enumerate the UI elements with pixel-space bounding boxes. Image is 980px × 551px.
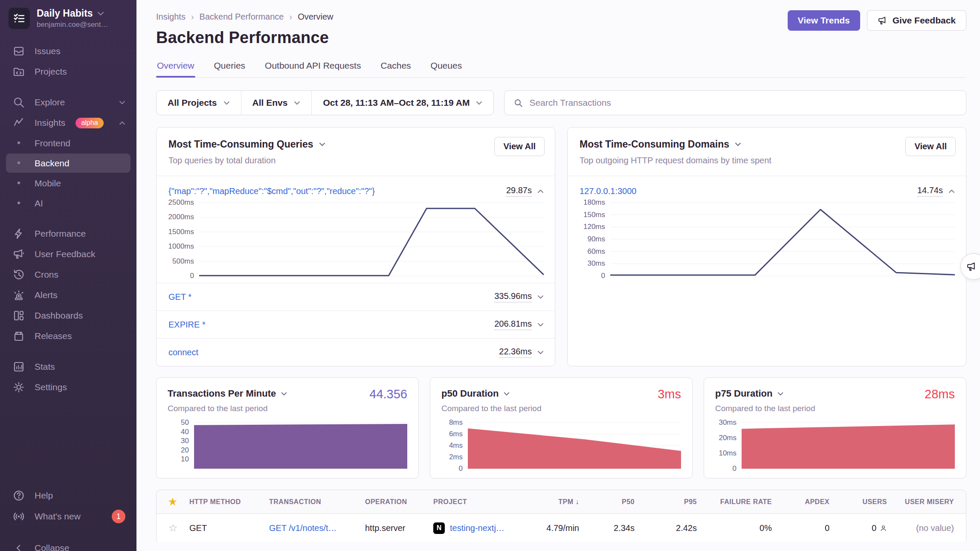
queries-card: Most Time-Consuming Queries Top queries … <box>156 127 555 366</box>
sidebar-item-label: Insights <box>35 118 65 128</box>
sidebar-item-projects[interactable]: Projects <box>6 62 130 81</box>
p75-title: p75 Duration <box>715 388 772 399</box>
sidebar-item-stats[interactable]: Stats <box>6 357 130 377</box>
queries-chart-plot <box>199 203 544 276</box>
chevron-down-icon <box>119 101 125 104</box>
megaphone-icon <box>12 248 25 260</box>
queries-card-header: Most Time-Consuming Queries Top queries … <box>157 128 555 176</box>
chevron-down-icon[interactable] <box>537 323 544 327</box>
query-link[interactable]: GET * <box>168 292 191 302</box>
query-link[interactable]: connect <box>168 348 198 357</box>
sidebar-item-label: Releases <box>35 331 72 341</box>
column-header-p95[interactable]: P95 <box>635 498 697 506</box>
sidebar-item-releases[interactable]: Releases <box>6 326 130 346</box>
view-trends-button[interactable]: View Trends <box>788 10 860 31</box>
cell-apdex: 0 <box>772 523 829 533</box>
p75-subtitle: Compared to the last period <box>715 404 955 413</box>
tab-overview[interactable]: Overview <box>156 60 195 77</box>
breadcrumb-backend-performance[interactable]: Backend Performance <box>200 12 284 22</box>
query-link[interactable]: EXPIRE * <box>168 320 206 330</box>
p50-title-dropdown[interactable]: p50 Duration <box>441 388 681 399</box>
sidebar-item-dashboards[interactable]: Dashboards <box>6 306 130 325</box>
help-icon <box>12 490 25 502</box>
search-bar <box>504 90 966 115</box>
column-header-users[interactable]: USERS <box>829 498 887 506</box>
query-series-row: {"map":"?","mapReduce":"$cmd","out":"?",… <box>157 176 555 200</box>
tpm-value: 44.356 <box>369 387 407 401</box>
chevron-down-icon <box>281 392 287 396</box>
date-range-filter[interactable]: Oct 28, 11:13 AM–Oct 28, 11:19 AM <box>311 91 493 115</box>
chevron-up-icon[interactable] <box>537 189 544 193</box>
query-link[interactable]: {"map":"?","mapReduce":"$cmd","out":"?",… <box>168 186 375 196</box>
tab-outbound-api-requests[interactable]: Outbound API Requests <box>264 60 362 77</box>
sidebar-item-label: Explore <box>35 97 65 107</box>
sidebar-item-help[interactable]: Help <box>6 486 130 505</box>
queries-card-subtitle: Top queries by total duration <box>168 156 543 165</box>
environment-filter[interactable]: All Envs <box>241 91 312 115</box>
cell-transaction-link[interactable]: GET /v1/notes/t… <box>269 523 365 533</box>
domains-view-all-button[interactable]: View All <box>905 137 956 156</box>
whats-new-badge: 1 <box>112 510 125 523</box>
column-header-project[interactable]: PROJECT <box>433 498 540 506</box>
sidebar-item-frontend[interactable]: • Frontend <box>6 133 130 153</box>
queries-card-title-dropdown[interactable]: Most Time-Consuming Queries <box>168 139 543 150</box>
sidebar-item-issues[interactable]: Issues <box>6 41 130 61</box>
domain-link[interactable]: 127.0.0.1:3000 <box>580 186 636 196</box>
megaphone-icon <box>966 261 977 272</box>
sidebar-collapse-button[interactable]: Collapse <box>6 539 130 551</box>
p75-title-dropdown[interactable]: p75 Duration <box>715 388 955 399</box>
sidebar-item-settings[interactable]: Settings <box>6 377 130 397</box>
star-icon[interactable]: ★ <box>168 496 189 508</box>
column-header-operation[interactable]: OPERATION <box>365 498 433 506</box>
tab-caches[interactable]: Caches <box>380 60 412 77</box>
sidebar-item-mobile[interactable]: • Mobile <box>6 174 130 193</box>
column-header-failure-rate[interactable]: FAILURE RATE <box>697 498 772 506</box>
queries-view-all-button[interactable]: View All <box>494 137 545 156</box>
environment-filter-label: All Envs <box>252 98 288 108</box>
chevron-down-icon[interactable] <box>537 295 544 299</box>
give-feedback-button[interactable]: Give Feedback <box>867 10 966 31</box>
search-transactions-input[interactable] <box>529 98 957 108</box>
domains-chart-plot <box>610 203 955 276</box>
chevron-down-icon[interactable] <box>537 351 544 354</box>
sidebar-item-explore[interactable]: Explore <box>6 93 130 112</box>
search-icon <box>514 99 523 107</box>
p50-chart: 8ms6ms4ms2ms0 <box>441 423 681 469</box>
tab-queries[interactable]: Queries <box>213 60 246 77</box>
sidebar-item-ai[interactable]: • AI <box>6 194 130 213</box>
column-header-apdex[interactable]: APDEX <box>772 498 829 506</box>
cell-project-link[interactable]: testing-nextj… <box>450 523 504 533</box>
breadcrumb-insights[interactable]: Insights <box>156 12 186 22</box>
p50-chart-y-axis: 8ms6ms4ms2ms0 <box>441 423 468 469</box>
tpm-subtitle: Compared to the last period <box>168 404 407 413</box>
column-header-http-method[interactable]: HTTP METHOD <box>189 498 269 506</box>
domains-card-subtitle: Top outgoing HTTP request domains by tim… <box>580 156 954 165</box>
column-header-tpm[interactable]: TPM ↓ <box>540 498 579 506</box>
favorite-star-icon[interactable]: ☆ <box>168 522 189 534</box>
column-header-transaction[interactable]: TRANSACTION <box>269 498 365 506</box>
sidebar-item-crons[interactable]: Crons <box>6 265 130 284</box>
domains-card-title-dropdown[interactable]: Most Time-Consuming Domains <box>580 139 954 150</box>
tab-queues[interactable]: Queues <box>430 60 463 77</box>
p75-value: 28ms <box>925 387 955 401</box>
org-logo-icon <box>9 8 30 29</box>
column-header-user-misery[interactable]: USER MISERY <box>887 498 954 506</box>
sidebar-item-label: Help <box>35 490 53 501</box>
sidebar-item-backend[interactable]: • Backend <box>6 154 130 173</box>
project-filter[interactable]: All Projects <box>157 91 241 115</box>
sidebar-item-user-feedback[interactable]: User Feedback <box>6 244 130 264</box>
chevron-up-icon[interactable] <box>948 189 955 193</box>
column-header-p50[interactable]: P50 <box>579 498 635 506</box>
bullet-icon: • <box>12 157 25 169</box>
cell-p95: 2.42s <box>635 523 697 533</box>
broadcast-icon <box>12 510 25 522</box>
chevron-down-icon <box>319 142 325 146</box>
org-switcher[interactable]: Daily Habits benjamin.coe@sent… <box>0 8 136 32</box>
tpm-chart-y-axis: 5040302010 <box>168 423 194 469</box>
sidebar-item-whats-new[interactable]: What's new 1 <box>6 506 130 527</box>
sidebar-item-performance[interactable]: Performance <box>6 224 130 244</box>
date-range-label: Oct 28, 11:13 AM–Oct 28, 11:19 AM <box>323 98 470 108</box>
sidebar-item-alerts[interactable]: Alerts <box>6 285 130 305</box>
sidebar-item-label: Collapse <box>35 543 70 551</box>
sidebar-item-insights[interactable]: Insights alpha <box>6 113 130 133</box>
